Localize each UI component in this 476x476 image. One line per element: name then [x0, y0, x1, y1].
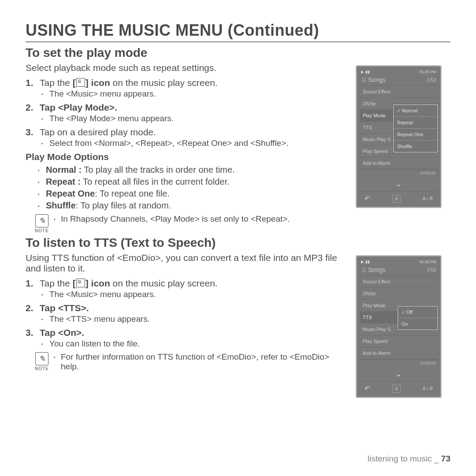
opt-repeat-one: Repeat One: To repeat one file. [38, 189, 348, 199]
section1-figure: ▶ ▮▮01:25 PM ♫Songs1/52 Sound Effect DNS… [356, 63, 450, 234]
chevron-down-icon: ⌄ [360, 366, 437, 381]
popup-item: Repeat One [394, 129, 438, 141]
bottom-bar: ↶≡A↔B [360, 191, 437, 204]
menu-icon: ≡ [392, 195, 401, 203]
note-icon: ✎ NOTE [34, 214, 49, 233]
step: Tap the [] icon on the music play screen… [26, 278, 348, 299]
note-row: ✎ NOTE For further information on TTS fu… [34, 352, 348, 372]
section-heading-tts: To listen to TTS (Text to Speech) [26, 236, 450, 250]
menu-list: Sound Effect DNSe Play Mode TTS Music Pl… [360, 86, 437, 169]
menu-item: Play Speed [360, 335, 437, 347]
opt-repeat: Repeat : To repeat all files in the curr… [38, 177, 348, 187]
popup-tts: Off On [398, 306, 438, 330]
popup-play-mode: Normal Repeat Repeat One Shuffle [393, 104, 438, 152]
section1-intro: Select playback mode such as repeat sett… [26, 63, 348, 73]
menu-icon [76, 279, 85, 287]
play-mode-options: Normal : To play all the tracks in order… [26, 165, 348, 211]
status-bar: ▶ ▮▮01:25 PM [360, 70, 437, 75]
menu-icon: ≡ [392, 385, 401, 393]
section1-columns: Select playback mode such as repeat sett… [26, 63, 450, 234]
sub-item: You can listen to the file. [41, 339, 348, 349]
step-text: Tap <On>. [40, 327, 84, 338]
opt-normal: Normal : To play all the tracks in order… [38, 165, 348, 175]
step-text: Tap the [] icon on the music play screen… [40, 78, 218, 88]
page-footer: listening to music _ 73 [368, 454, 450, 464]
popup-item: Shuffle [394, 141, 438, 152]
track-bar: 37/05:09 [360, 169, 437, 176]
menu-item: DNSe [360, 288, 437, 300]
menu-item: Add to Alarm [360, 347, 437, 359]
section2-text: Using TTS function of <EmoDio>, you can … [26, 253, 348, 398]
ab-icon: A↔B [423, 386, 433, 391]
sub-item: The <TTS> menu appears. [41, 314, 348, 324]
step: Tap <On>. You can listen to the file. [26, 327, 348, 349]
step: Tap <TTS>. The <TTS> menu appears. [26, 303, 348, 324]
opt-shuffle: Shuffle: To play files at random. [38, 201, 348, 211]
manual-page: USING THE MUSIC MENU (Continued) To set … [0, 0, 476, 476]
track-bar: 37/05:09 [360, 359, 437, 366]
title-bar: ♫Songs1/52 [360, 75, 437, 86]
ab-icon: A↔B [423, 196, 433, 201]
menu-item: Add to Alarm [360, 157, 437, 169]
sub-item: Select from <Normal>, <Repeat>, <Repeat … [41, 138, 348, 148]
rule [26, 41, 450, 42]
sub-item: The <Play Mode> menu appears. [41, 114, 348, 123]
title-bar: ♫Songs1/52 [360, 265, 437, 276]
popup-item: Off [398, 306, 438, 318]
step: Tap the [] icon on the music play screen… [26, 78, 348, 99]
sub-item: The <Music> menu appears. [41, 89, 348, 99]
note-text: For further information on TTS function … [54, 352, 348, 372]
back-icon: ↶ [364, 194, 370, 203]
step: Tap on a desired play mode. Select from … [26, 127, 348, 148]
music-icon: ♫ [361, 76, 366, 84]
chevron-down-icon: ⌄ [360, 176, 437, 191]
menu-item: Sound Effect [360, 86, 437, 98]
play-mode-options-heading: Play Mode Options [26, 152, 348, 162]
popup-item: Repeat [394, 117, 438, 129]
section2-intro: Using TTS function of <EmoDio>, you can … [26, 253, 348, 274]
note-text: In Rhapsody Channels, <Play Mode> is set… [54, 214, 348, 224]
device-mock-1: ▶ ▮▮01:25 PM ♫Songs1/52 Sound Effect DNS… [356, 65, 442, 208]
music-icon: ♫ [361, 266, 366, 274]
section-heading-play-mode: To set the play mode [26, 46, 450, 60]
section2-figure: ▶ ▮▮01:25 PM ♫Songs1/52 Sound Effect DNS… [356, 253, 450, 398]
section1-steps: Tap the [] icon on the music play screen… [26, 78, 348, 148]
bottom-bar: ↶≡A↔B [360, 381, 437, 394]
step-text: Tap on a desired play mode. [40, 127, 156, 137]
popup-item: On [398, 318, 438, 330]
note-icon: ✎ NOTE [34, 352, 49, 371]
menu-icon [76, 78, 85, 87]
step-text: Tap <TTS>. [40, 303, 89, 313]
sub-item: The <Music> menu appears. [41, 290, 348, 299]
menu-list: Sound Effect DNSe Play Mode TTS Music Pl… [360, 276, 437, 359]
menu-item: Sound Effect [360, 276, 437, 288]
back-icon: ↶ [364, 384, 370, 393]
status-bar: ▶ ▮▮01:25 PM [360, 260, 437, 265]
popup-item: Normal [394, 105, 438, 117]
section1-text: Select playback mode such as repeat sett… [26, 63, 348, 234]
section2-steps: Tap the [] icon on the music play screen… [26, 278, 348, 349]
device-mock-2: ▶ ▮▮01:25 PM ♫Songs1/52 Sound Effect DNS… [356, 255, 442, 398]
step: Tap <Play Mode>. The <Play Mode> menu ap… [26, 102, 348, 123]
step-text: Tap <Play Mode>. [40, 102, 117, 112]
section2-columns: Using TTS function of <EmoDio>, you can … [26, 253, 450, 398]
page-title: USING THE MUSIC MENU (Continued) [26, 21, 450, 40]
note-row: ✎ NOTE In Rhapsody Channels, <Play Mode>… [34, 214, 348, 233]
step-text: Tap the [] icon on the music play screen… [40, 278, 218, 288]
